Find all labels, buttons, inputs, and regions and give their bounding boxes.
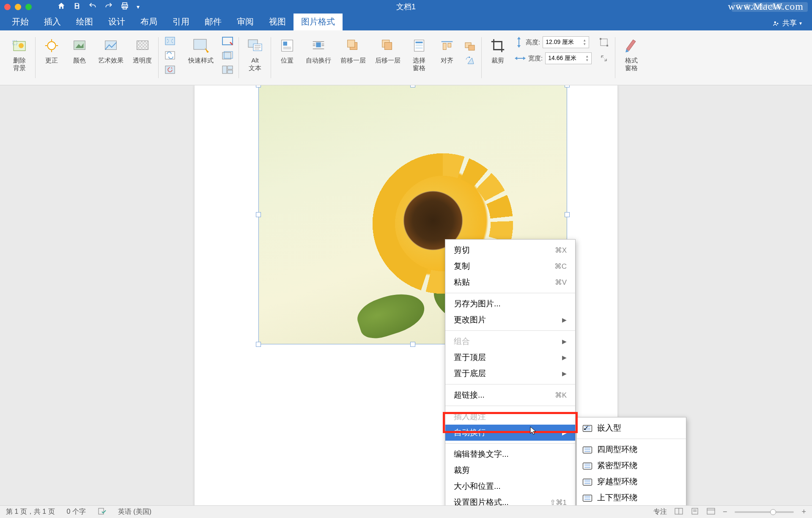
resize-handle-tm[interactable] — [410, 85, 415, 87]
fullscreen-window-button[interactable] — [25, 4, 32, 10]
menu-wrap-text[interactable]: 自动换行▶ — [445, 425, 575, 441]
share-button[interactable]: 共享 ▾ — [766, 16, 808, 30]
status-focus[interactable]: 专注 — [653, 507, 667, 516]
menu-bring-to-front[interactable]: 置于顶层▶ — [445, 349, 575, 365]
selection-pane-button[interactable]: 选择 窗格 — [407, 35, 431, 74]
compress-pictures-button[interactable] — [163, 35, 177, 47]
reset-picture-button[interactable] — [163, 63, 177, 76]
menu-save-as-picture[interactable]: 另存为图片... — [445, 296, 575, 312]
print-icon[interactable] — [121, 2, 129, 12]
resize-handle-bm[interactable] — [410, 342, 415, 347]
picture-layout-button[interactable] — [220, 63, 235, 76]
zoom-out-button[interactable]: − — [723, 507, 727, 516]
tab-design[interactable]: 设计 — [101, 13, 133, 30]
resize-handle-mr[interactable] — [565, 212, 570, 217]
status-language[interactable]: 英语 (美国) — [118, 507, 151, 516]
menu-crop[interactable]: 裁剪 — [445, 462, 575, 478]
tab-view[interactable]: 视图 — [261, 13, 294, 30]
svg-rect-57 — [443, 43, 447, 49]
size-dialog-button[interactable] — [597, 52, 611, 65]
rotate-button[interactable] — [463, 55, 477, 68]
zoom-in-button[interactable]: + — [801, 507, 806, 516]
resize-handle-tl[interactable] — [256, 85, 261, 87]
picture-effects-button[interactable] — [220, 49, 235, 62]
share-icon — [772, 19, 780, 27]
alt-text-button[interactable]: Alt 文本 — [243, 35, 267, 74]
color-button[interactable]: 颜色 — [68, 35, 91, 66]
svg-rect-41 — [316, 42, 321, 47]
tab-home[interactable]: 开始 — [4, 13, 36, 30]
tab-draw[interactable]: 绘图 — [69, 13, 101, 30]
svg-rect-18 — [137, 41, 148, 50]
undo-icon[interactable] — [88, 2, 97, 12]
width-input[interactable]: 14.66 厘米▲▼ — [545, 52, 592, 64]
menu-paste[interactable]: 粘贴⌘V — [445, 274, 575, 290]
menu-edit-alt-text[interactable]: 编辑替换文字... — [445, 446, 575, 462]
crop-button[interactable]: 裁剪 — [486, 35, 510, 66]
tab-review[interactable]: 审阅 — [229, 13, 261, 30]
wrap-text-button[interactable]: 自动换行 — [303, 35, 334, 74]
minimize-window-button[interactable] — [15, 4, 21, 10]
resize-handle-ml[interactable] — [256, 212, 261, 217]
close-window-button[interactable] — [4, 4, 11, 10]
status-bar: 第 1 页，共 1 页 0 个字 英语 (美国) 专注 − + — [0, 505, 812, 518]
tab-insert[interactable]: 插入 — [36, 13, 69, 30]
position-button[interactable]: 位置 — [275, 35, 299, 74]
wrap-through[interactable]: 穿越型环绕 — [577, 474, 686, 490]
home-icon[interactable] — [57, 2, 66, 12]
menu-size-position[interactable]: 大小和位置... — [445, 478, 575, 494]
qat-customize-icon[interactable]: ▾ — [137, 3, 140, 10]
view-web-layout-icon[interactable] — [707, 508, 715, 516]
artistic-effects-button[interactable]: 艺术效果 — [96, 35, 126, 66]
quick-styles-button[interactable]: 快速样式 — [186, 35, 216, 76]
share-label: 共享 — [782, 18, 797, 28]
menu-change-picture[interactable]: 更改图片▶ — [445, 312, 575, 328]
zoom-slider[interactable] — [735, 511, 794, 513]
tab-layout[interactable]: 布局 — [133, 13, 165, 30]
svg-rect-23 — [165, 66, 175, 74]
change-picture-button[interactable] — [163, 49, 177, 62]
menu-hyperlink[interactable]: 超链接...⌘K — [445, 387, 575, 403]
menu-format-picture[interactable]: 设置图片格式...⇧⌘1 — [445, 494, 575, 505]
format-pane-button[interactable]: 格式 窗格 — [620, 35, 643, 74]
document-title: 文档1 — [396, 2, 416, 12]
picture-border-button[interactable] — [220, 35, 235, 47]
save-icon[interactable] — [73, 2, 81, 11]
svg-rect-30 — [228, 66, 233, 69]
svg-rect-79 — [707, 508, 715, 514]
svg-marker-65 — [517, 45, 521, 48]
wrap-square[interactable]: 四周型环绕 — [577, 442, 686, 458]
svg-marker-68 — [523, 57, 526, 60]
status-page[interactable]: 第 1 页，共 1 页 — [6, 507, 55, 516]
menu-cut[interactable]: 剪切⌘X — [445, 242, 575, 258]
resize-handle-tr[interactable] — [565, 85, 570, 87]
remove-background-button[interactable]: 删除 背景 — [8, 35, 31, 74]
menu-send-to-back[interactable]: 置于底层▶ — [445, 365, 575, 382]
send-backward-button[interactable]: 后移一层 — [373, 35, 403, 74]
wrap-inline[interactable]: ✓嵌入型 — [577, 420, 686, 436]
group-button[interactable] — [463, 41, 477, 53]
bring-forward-button[interactable]: 前移一层 — [338, 35, 368, 74]
height-input[interactable]: 12.09 厘米▲▼ — [543, 36, 589, 48]
view-print-layout-icon[interactable] — [691, 508, 699, 516]
tab-references[interactable]: 引用 — [165, 13, 197, 30]
spellcheck-icon[interactable] — [98, 507, 106, 517]
wrap-top-bottom[interactable]: 上下型环绕 — [577, 490, 686, 505]
resize-handle-bl[interactable] — [256, 342, 261, 347]
corrections-button[interactable]: 更正 — [40, 35, 63, 66]
document-area[interactable]: 剪切⌘X 复制⌘C 粘贴⌘V 另存为图片... 更改图片▶ 组合▶ 置于顶层▶ … — [0, 85, 812, 505]
qat: ▾ — [57, 2, 140, 12]
aspect-lock-button[interactable] — [597, 36, 611, 49]
height-icon — [515, 37, 523, 48]
svg-rect-53 — [415, 42, 422, 44]
tab-mailings[interactable]: 邮件 — [197, 13, 229, 30]
view-read-mode-icon[interactable] — [675, 508, 683, 516]
align-button[interactable]: 对齐 — [435, 35, 459, 74]
wrap-tight[interactable]: 紧密型环绕 — [577, 458, 686, 474]
watermark: www.MacW.com — [728, 1, 804, 12]
status-word-count[interactable]: 0 个字 — [67, 507, 86, 516]
redo-icon[interactable] — [104, 2, 113, 12]
tab-picture-format[interactable]: 图片格式 — [294, 13, 343, 30]
transparency-button[interactable]: 透明度 — [130, 35, 154, 66]
menu-copy[interactable]: 复制⌘C — [445, 258, 575, 274]
